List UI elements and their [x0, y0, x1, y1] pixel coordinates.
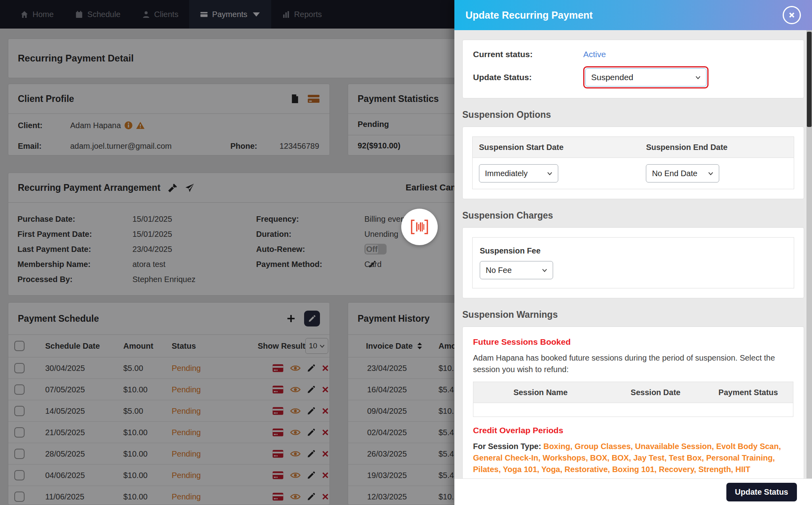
- suspension-options-card: Suspension Start Date Suspension End Dat…: [462, 127, 804, 199]
- col-session-date: Session Date: [608, 388, 704, 397]
- update-status-highlight: Suspended: [583, 66, 709, 88]
- suspension-charges-heading: Suspension Charges: [462, 210, 806, 221]
- suspension-fee-select[interactable]: No Fee: [480, 261, 553, 279]
- suspension-end-value: No End Date: [652, 169, 697, 178]
- close-icon: [788, 11, 796, 19]
- col-suspension-end: Suspension End Date: [646, 143, 794, 152]
- update-status-select[interactable]: Suspended: [585, 68, 707, 86]
- update-status-button[interactable]: Update Status: [726, 483, 797, 501]
- suspension-fee-value: No Fee: [486, 266, 512, 275]
- current-status-label: Current status:: [473, 50, 583, 59]
- status-card: Current status: Active Update Status: Su…: [462, 40, 804, 98]
- suspension-end-select[interactable]: No End Date: [646, 164, 719, 182]
- credit-overlap-title: Credit Overlap Periods: [473, 426, 793, 435]
- col-suspension-start: Suspension Start Date: [473, 143, 646, 152]
- modal-body: Current status: Active Update Status: Su…: [454, 30, 806, 505]
- update-status-label: Update Status:: [473, 73, 583, 82]
- scrollbar-track[interactable]: [806, 30, 812, 505]
- credit-overlap-description: For Session Type: Boxing, Group Classes,…: [473, 441, 793, 475]
- col-session-name: Session Name: [473, 388, 608, 397]
- suspension-start-value: Immediately: [485, 169, 528, 178]
- suspension-warnings-heading: Suspension Warnings: [462, 309, 806, 320]
- for-session-type-label: For Session Type:: [473, 442, 543, 451]
- future-sessions-description: Adam Hapana has booked future sessions d…: [473, 352, 793, 375]
- suspension-charges-card: Suspension Fee No Fee: [462, 227, 804, 298]
- barcode-scan-button[interactable]: [401, 209, 438, 245]
- current-status-value: Active: [583, 50, 606, 59]
- barcode-icon: [410, 219, 429, 235]
- future-sessions-title: Future Sessions Booked: [473, 337, 793, 347]
- sessions-table-empty: [473, 403, 793, 417]
- suspension-fee-label: Suspension Fee: [480, 246, 787, 255]
- suspension-options-heading: Suspension Options: [462, 109, 806, 120]
- scrollbar-thumb[interactable]: [807, 32, 812, 127]
- suspension-start-select[interactable]: Immediately: [479, 164, 558, 182]
- modal-title: Update Recurring Payment: [465, 10, 783, 21]
- col-payment-status: Payment Status: [703, 388, 793, 397]
- update-recurring-payment-modal: Update Recurring Payment Current status:…: [454, 0, 812, 505]
- update-status-value: Suspended: [591, 73, 633, 82]
- close-button[interactable]: [783, 6, 801, 24]
- sessions-table-header: Session Name Session Date Payment Status: [473, 382, 793, 403]
- modal-header: Update Recurring Payment: [454, 0, 812, 30]
- modal-footer: Update Status: [454, 478, 812, 505]
